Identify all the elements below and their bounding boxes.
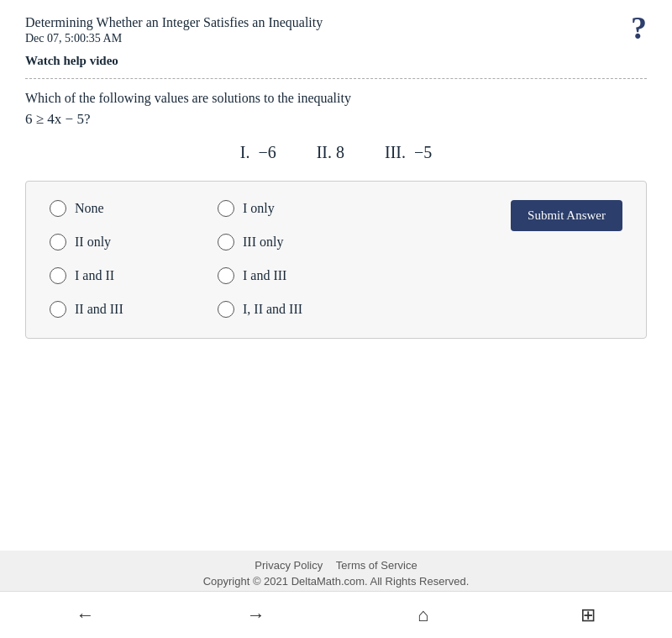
- problem-title: Determining Whether an Integer Satisfies…: [25, 15, 617, 30]
- answer-row: None II only I and II II and III: [50, 200, 622, 318]
- answer-box: None II only I and II II and III: [25, 181, 647, 339]
- option-iii-only-label: III only: [243, 235, 283, 250]
- radio-ii-only[interactable]: [50, 234, 66, 250]
- option-ii-and-iii-label: II and III: [75, 302, 123, 317]
- radio-i-and-ii[interactable]: [50, 267, 66, 284]
- option-iii-only[interactable]: III only: [218, 234, 386, 250]
- submit-area: Submit Answer: [386, 200, 622, 318]
- radio-ii-and-iii[interactable]: [50, 301, 66, 318]
- option-ii-and-iii[interactable]: II and III: [50, 301, 218, 318]
- option-i-and-iii-label: I and III: [243, 268, 286, 283]
- question-text: Which of the following values are soluti…: [25, 91, 647, 106]
- watch-help-link[interactable]: Watch help video: [25, 54, 617, 68]
- forward-button[interactable]: →: [230, 604, 282, 626]
- privacy-policy-link[interactable]: Privacy Policy: [255, 559, 323, 572]
- radio-i-only[interactable]: [218, 200, 234, 217]
- option-i-and-ii[interactable]: I and II: [50, 267, 218, 284]
- option-ii-only-label: II only: [75, 235, 111, 250]
- divider: [25, 78, 647, 79]
- footer-links: Privacy Policy Terms of Service: [0, 559, 672, 572]
- back-button[interactable]: ←: [60, 604, 112, 626]
- grid-button[interactable]: ⊞: [564, 604, 612, 626]
- submit-button[interactable]: Submit Answer: [511, 200, 622, 231]
- radio-i-ii-and-iii[interactable]: [218, 301, 234, 318]
- help-icon[interactable]: ?: [631, 12, 647, 44]
- title-block: Determining Whether an Integer Satisfies…: [25, 15, 617, 68]
- bottom-nav: ← → ⌂ ⊞: [0, 591, 672, 638]
- footer: Privacy Policy Terms of Service Copyrigh…: [0, 551, 672, 591]
- main-content: Determining Whether an Integer Satisfies…: [0, 0, 672, 551]
- option-none[interactable]: None: [50, 200, 218, 217]
- option-ii-only[interactable]: II only: [50, 234, 218, 250]
- choice-iii: III. −5: [385, 143, 432, 162]
- option-none-label: None: [75, 201, 104, 216]
- option-i-and-iii[interactable]: I and III: [218, 267, 386, 284]
- choice-ii: II. 8: [317, 143, 344, 162]
- header-row: Determining Whether an Integer Satisfies…: [25, 15, 647, 68]
- terms-of-service-link[interactable]: Terms of Service: [336, 559, 417, 572]
- inequality-expression: 6 ≥ 4x − 5?: [25, 111, 90, 127]
- radio-iii-only[interactable]: [218, 234, 234, 250]
- date-time: Dec 07, 5:00:35 AM: [25, 32, 617, 45]
- option-i-ii-and-iii[interactable]: I, II and III: [218, 301, 386, 318]
- option-i-only-label: I only: [243, 201, 275, 216]
- home-button[interactable]: ⌂: [401, 604, 445, 626]
- option-i-and-ii-label: I and II: [75, 268, 114, 283]
- radio-i-and-iii[interactable]: [218, 267, 234, 284]
- footer-copyright: Copyright © 2021 DeltaMath.com. All Righ…: [0, 575, 672, 588]
- options-col1: None II only I and II II and III: [50, 200, 218, 318]
- option-i-only[interactable]: I only: [218, 200, 386, 217]
- choice-i: I. −6: [240, 143, 276, 162]
- option-i-ii-and-iii-label: I, II and III: [243, 302, 302, 317]
- options-col2: I only III only I and III I, II and III: [218, 200, 386, 318]
- choices-display: I. −6 II. 8 III. −5: [25, 143, 647, 162]
- inequality-line: 6 ≥ 4x − 5?: [25, 111, 647, 128]
- radio-none[interactable]: [50, 200, 66, 217]
